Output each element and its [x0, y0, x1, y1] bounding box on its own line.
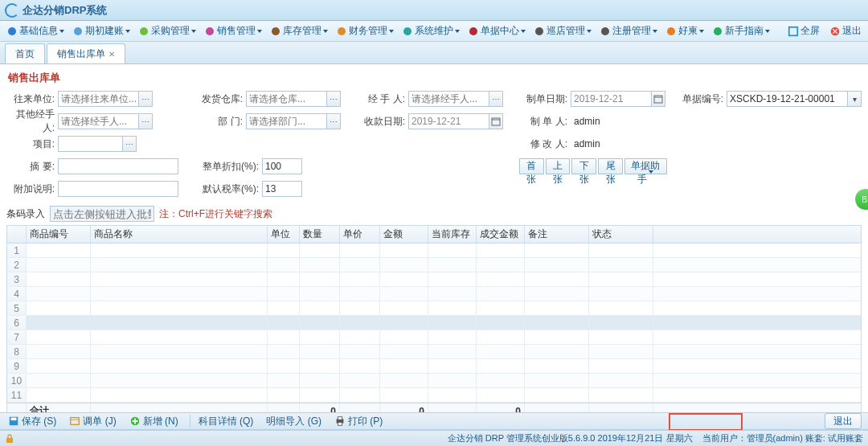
svg-point-7 [469, 27, 477, 35]
col-remark[interactable]: 备注 [525, 226, 589, 243]
other-handler-trigger[interactable]: ⋯ [138, 113, 153, 129]
table-row[interactable]: 2 [7, 258, 861, 272]
fullscreen-button[interactable]: 全屏 [784, 24, 823, 38]
col-amt[interactable]: 金额 [380, 226, 428, 243]
menu-reports[interactable]: 单据中心 [465, 23, 529, 40]
tab-sales-out[interactable]: 销售出库单✕ [47, 43, 125, 63]
col-unit[interactable]: 单位 [268, 226, 300, 243]
menu-init[interactable]: 期初建账 [69, 23, 133, 40]
customer-trigger[interactable]: ⋯ [138, 91, 153, 107]
calendar-icon [653, 94, 663, 104]
tab-home[interactable]: 首页 [5, 43, 45, 63]
table-row[interactable]: 8 [7, 345, 861, 359]
warehouse-trigger[interactable]: ⋯ [326, 91, 341, 107]
col-deal[interactable]: 成交金额 [477, 226, 525, 243]
menu-icon [468, 26, 479, 37]
import-button[interactable]: 明细导入 (G) [261, 413, 326, 429]
adjust-button[interactable]: 调单 (J) [64, 413, 121, 429]
col-code[interactable]: 商品编号 [27, 226, 91, 243]
customer-input[interactable] [58, 91, 138, 107]
table-row[interactable]: 6 [7, 316, 861, 330]
barcode-input[interactable] [50, 206, 154, 222]
close-icon[interactable]: ✕ [108, 50, 115, 59]
chevron-down-icon [765, 30, 770, 33]
default-tax-input[interactable] [262, 181, 302, 197]
menu-favorites[interactable]: 好柬 [662, 23, 707, 40]
col-name[interactable]: 商品名称 [91, 226, 268, 243]
dept-input[interactable] [246, 113, 326, 129]
table-row[interactable]: 3 [7, 272, 861, 287]
table-row[interactable]: 10 [7, 374, 861, 388]
detail-button[interactable]: 科目详情 (Q) [194, 413, 259, 429]
toolbar-exit-button[interactable]: 退出 [825, 413, 862, 429]
menu-icon [712, 26, 723, 37]
nav-last-button[interactable]: 尾张 [598, 158, 623, 174]
exit-button[interactable]: 退出 [826, 24, 865, 38]
chevron-down-icon [389, 30, 394, 33]
svg-point-5 [338, 27, 346, 35]
project-input[interactable] [58, 136, 122, 152]
svg-point-9 [601, 27, 609, 35]
menu-icon [6, 26, 18, 37]
menu-register[interactable]: 注册管理 [596, 23, 661, 40]
summary-input[interactable] [58, 158, 178, 174]
menu-finance[interactable]: 财务管理 [333, 23, 397, 40]
svg-rect-16 [654, 96, 662, 103]
addnote-input[interactable] [58, 181, 178, 197]
other-handler-input[interactable] [58, 113, 138, 129]
barcode-label: 条码录入 [6, 207, 45, 221]
new-button[interactable]: 新增 (N) [125, 413, 183, 429]
make-date-trigger[interactable] [651, 91, 665, 107]
handler-trigger[interactable]: ⋯ [489, 91, 503, 107]
menu-inspect[interactable]: 巡店管理 [530, 23, 595, 40]
menu-sales[interactable]: 销售管理 [201, 23, 265, 40]
docno-input[interactable] [727, 91, 847, 107]
menu-guide[interactable]: 新手指南 [709, 23, 773, 40]
table-row[interactable]: 1 [7, 243, 861, 258]
menu-icon [72, 26, 84, 37]
menu-icon [204, 26, 215, 37]
nav-first-button[interactable]: 首张 [519, 158, 544, 174]
nav-prev-button[interactable]: 上张 [546, 158, 571, 174]
save-button[interactable]: 保存 (S) [3, 413, 61, 429]
svg-rect-14 [492, 118, 500, 125]
nav-helper-button[interactable]: 单据助手 [624, 158, 667, 174]
dept-trigger[interactable]: ⋯ [326, 113, 341, 129]
footer-deal: 0 [477, 403, 525, 412]
chevron-down-icon [455, 30, 460, 33]
menu-stock[interactable]: 库存管理 [267, 23, 331, 40]
form-title: 销售出库单 [6, 66, 862, 88]
nav-next-button[interactable]: 下张 [571, 158, 596, 174]
receipt-date-trigger[interactable] [489, 113, 503, 129]
table-row[interactable]: 7 [7, 330, 861, 345]
warehouse-input[interactable] [246, 91, 326, 107]
project-trigger[interactable]: ⋯ [122, 136, 137, 152]
order-discount-input[interactable] [262, 158, 302, 174]
menu-sysmaint[interactable]: 系统维护 [399, 23, 463, 40]
menu-base[interactable]: 基础信息 [3, 23, 68, 40]
col-stock[interactable]: 当前库存 [428, 226, 477, 243]
menu-purchase[interactable]: 采购管理 [135, 23, 199, 40]
table-row[interactable]: 4 [7, 287, 861, 301]
handler-input[interactable] [408, 91, 489, 107]
menu-icon [534, 26, 545, 37]
docno-trigger[interactable]: ▾ [847, 91, 862, 107]
col-state[interactable]: 状态 [589, 226, 653, 243]
svg-point-11 [714, 27, 722, 35]
table-row[interactable]: 5 [7, 301, 861, 316]
table-row[interactable]: 9 [7, 359, 861, 374]
svg-point-0 [8, 27, 16, 35]
col-qty[interactable]: 数量 [300, 226, 340, 243]
menu-icon [138, 26, 149, 37]
make-date-input[interactable] [571, 91, 651, 107]
receipt-date-input[interactable] [408, 113, 489, 129]
chevron-down-icon [699, 30, 704, 33]
table-row[interactable]: 11 [7, 388, 861, 403]
print-button[interactable]: 打印 (P) [330, 413, 387, 429]
menu-icon [270, 26, 281, 37]
col-price[interactable]: 单价 [340, 226, 380, 243]
svg-rect-26 [6, 438, 13, 443]
menu-icon [665, 26, 677, 37]
chevron-down-icon [191, 30, 196, 33]
footer-qty: 0 [300, 403, 340, 412]
